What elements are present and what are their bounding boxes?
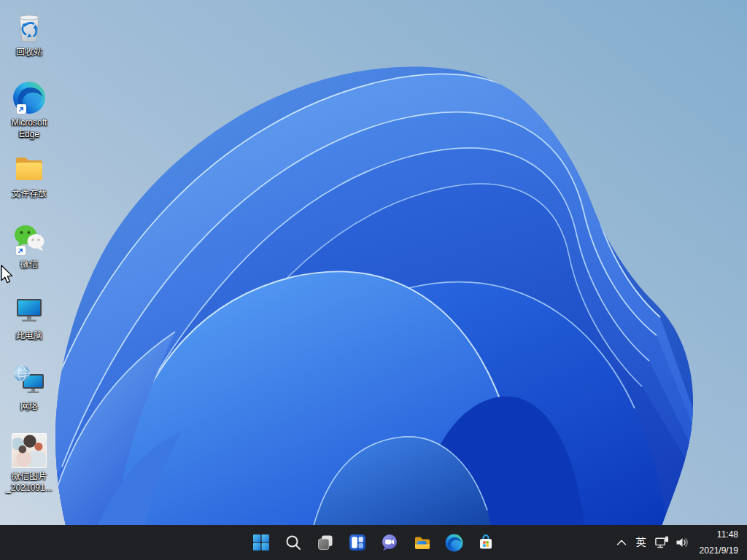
shortcut-arrow-icon <box>16 246 26 255</box>
desktop-icon-wechat[interactable]: 微信 <box>1 218 58 271</box>
desktop-icon-wechat-image[interactable]: 微信图片 _2021091... <box>1 430 58 494</box>
desktop-icon-network[interactable]: 网络 <box>1 360 58 413</box>
clock-date: 2021/9/19 <box>700 545 738 556</box>
desktop[interactable]: 回收站 Microsoft Edge <box>0 0 747 525</box>
desktop-icon-label: Microsoft Edge <box>12 117 47 141</box>
system-tray: 英 11:48 2021/9/19 <box>611 525 744 560</box>
file-explorer-button[interactable] <box>407 528 436 557</box>
image-thumbnail <box>12 430 47 468</box>
ime-indicator[interactable]: 英 <box>632 528 650 557</box>
start-button[interactable] <box>247 528 276 557</box>
edge-icon <box>12 77 46 114</box>
desktop-icon-label: 微信图片 _2021091... <box>6 471 52 494</box>
desktop-icon-recycle-bin[interactable]: 回收站 <box>1 6 58 58</box>
edge-icon <box>445 534 463 552</box>
desktop-icon-microsoft-edge[interactable]: Microsoft Edge <box>1 77 58 141</box>
clock-time: 11:48 <box>717 529 738 540</box>
chat-button[interactable] <box>375 528 404 557</box>
folder-icon <box>413 534 430 551</box>
edge-taskbar-button[interactable] <box>439 528 468 557</box>
monitor-icon <box>12 289 47 327</box>
desktop-icon-files-folder[interactable]: 文件存放 <box>1 147 58 200</box>
microsoft-store-button[interactable] <box>471 528 500 557</box>
desktop-icon-this-pc[interactable]: 此电脑 <box>1 289 58 342</box>
widgets-button[interactable] <box>343 528 372 557</box>
desktop-icon-label: 网络 <box>20 401 38 413</box>
widgets-icon <box>349 534 366 551</box>
ime-label: 英 <box>636 536 646 549</box>
network-globe-monitor-icon <box>12 360 47 398</box>
quick-settings-button[interactable] <box>651 528 693 557</box>
chevron-up-icon <box>615 536 628 549</box>
search-button[interactable] <box>279 528 308 557</box>
desktop-icon-label: 微信 <box>20 259 38 271</box>
taskbar: 英 11:48 2021/9/19 <box>0 525 747 560</box>
taskbar-clock[interactable]: 11:48 2021/9/19 <box>694 528 744 557</box>
desktop-icon-label: 此电脑 <box>16 330 42 342</box>
tray-expand-button[interactable] <box>611 528 632 557</box>
speaker-icon <box>675 535 689 550</box>
ethernet-icon <box>654 535 670 550</box>
taskbar-center-buttons <box>247 525 500 560</box>
desktop-icon-label: 回收站 <box>16 47 42 58</box>
task-view-icon <box>317 534 334 551</box>
store-bag-icon <box>477 534 495 551</box>
shortcut-arrow-icon <box>17 104 26 114</box>
search-icon <box>285 534 302 551</box>
desktop-icon-label: 文件存放 <box>12 188 47 200</box>
wechat-icon <box>12 218 47 256</box>
task-view-button[interactable] <box>311 528 340 557</box>
recycle-bin-icon <box>12 6 47 44</box>
windows-logo-icon <box>252 534 270 551</box>
chat-video-icon <box>381 534 398 551</box>
folder-icon <box>12 147 47 185</box>
